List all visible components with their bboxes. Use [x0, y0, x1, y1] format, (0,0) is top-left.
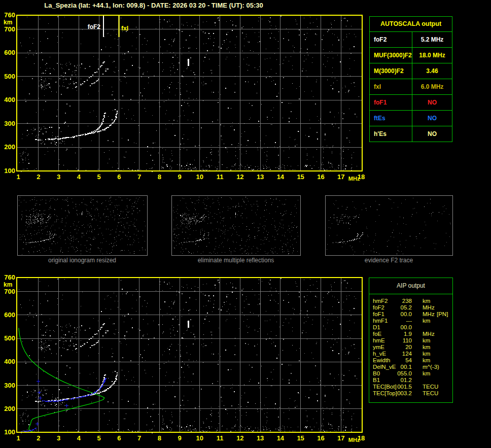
svg-text:6: 6 — [117, 434, 121, 442]
aip-unit: MHz — [423, 331, 435, 337]
svg-text:16: 16 — [317, 173, 324, 181]
aip-unit: km — [423, 337, 430, 344]
autoscala-param-label: MUF(3000)F2 — [370, 48, 412, 63]
autoscala-param-value: NO — [412, 95, 452, 110]
autoscala-row-m3000f2: M(3000)F23.46 — [370, 63, 452, 79]
aip-label: hmE — [373, 337, 385, 344]
svg-text:500: 500 — [4, 73, 15, 80]
aip-value: 110 — [393, 337, 412, 344]
aip-value: 01.2 — [393, 377, 412, 384]
autoscala-row-fof2: foF25.2 MHz — [370, 32, 452, 48]
autoscala-param-value: NO — [412, 111, 452, 126]
svg-text:3: 3 — [57, 434, 60, 442]
svg-text:4: 4 — [77, 434, 81, 442]
svg-text:760: 760 — [4, 11, 15, 19]
aip-value: 055.0 — [393, 370, 412, 377]
svg-text:17: 17 — [337, 434, 344, 442]
aip-output-panel: AIP output hmF2238kmfoF205.2MHzfoF100.0M… — [369, 278, 453, 403]
aip-panel-title: AIP output — [369, 278, 452, 294]
svg-text:700: 700 — [4, 288, 15, 295]
aip-row-hmf1: hmF1---km — [369, 318, 452, 324]
svg-text:5: 5 — [97, 173, 100, 181]
autoscala-param-value: 6.0 MHz — [412, 79, 452, 94]
aip-value: 20 — [393, 344, 412, 351]
aip-unit: MHz — [423, 311, 435, 318]
aip-row-foe: foE1.9MHz — [369, 331, 452, 337]
autoscala-app-window: La_Spezia (lat: +44.1, lon: 009.8) - DAT… — [0, 0, 491, 448]
svg-text:14: 14 — [277, 434, 285, 442]
autoscala-param-label: h'Es — [370, 126, 412, 142]
svg-text:1: 1 — [16, 173, 20, 181]
aip-value: 05.2 — [393, 304, 412, 311]
aip-value: 1.9 — [393, 331, 412, 337]
svg-text:500: 500 — [4, 334, 15, 342]
aip-unit: MHz — [423, 304, 435, 311]
autoscala-row-ftes: ftEsNO — [370, 111, 452, 126]
aip-extra: [PN] — [437, 311, 448, 318]
aip-label: h_vE — [373, 351, 386, 357]
aip-row-ewidth: Ewidth54km — [369, 357, 452, 364]
aip-label: B1 — [373, 377, 380, 384]
svg-text:MHz: MHz — [348, 176, 360, 182]
aip-label: B0 — [373, 370, 380, 377]
svg-text:13: 13 — [257, 173, 264, 181]
svg-text:100: 100 — [4, 167, 15, 175]
svg-text:200: 200 — [4, 143, 15, 151]
aip-row-hmf2: hmF2238km — [369, 298, 452, 304]
svg-text:9: 9 — [178, 173, 181, 181]
autoscala-param-label: fxI — [370, 79, 412, 94]
aip-unit: TECU — [423, 390, 438, 397]
svg-text:760: 760 — [4, 273, 15, 281]
aip-label: hmF2 — [373, 298, 388, 304]
svg-text:400: 400 — [4, 358, 15, 365]
svg-text:8: 8 — [158, 173, 161, 181]
aip-label: D1 — [373, 324, 380, 331]
svg-text:14: 14 — [277, 173, 285, 181]
aip-unit: m^(-3) — [423, 364, 439, 370]
autoscala-param-label: ftEs — [370, 111, 412, 126]
aip-label: foF2 — [373, 304, 384, 311]
aip-row-tectop: TEC[Top]003.2TECU — [369, 390, 452, 397]
autoscala-row-fof1: foF1NO — [370, 95, 452, 111]
autoscala-row-fxi: fxI6.0 MHz — [370, 79, 452, 95]
aip-row-d1: D100.0 — [369, 324, 452, 331]
aip-value: 238 — [393, 298, 412, 304]
aip-value: 00.0 — [393, 311, 412, 318]
autoscala-param-value: 3.46 — [412, 63, 452, 79]
svg-text:MHz: MHz — [348, 437, 360, 443]
aip-row-hme: hmE110km — [369, 337, 452, 344]
svg-text:11: 11 — [217, 173, 224, 181]
aip-row-delnve: DelN_vE00.1m^(-3) — [369, 364, 452, 370]
svg-text:3: 3 — [57, 173, 60, 181]
svg-text:10: 10 — [196, 434, 203, 442]
aip-unit: TECU — [423, 384, 438, 390]
svg-text:12: 12 — [236, 173, 243, 181]
aip-unit: km — [423, 298, 430, 304]
aip-row-b1: B101.2 — [369, 377, 452, 384]
aip-unit: km — [423, 370, 430, 377]
aip-unit: km — [423, 318, 430, 324]
svg-text:2: 2 — [37, 173, 40, 181]
svg-text:4: 4 — [77, 173, 81, 181]
aip-row-tecbot: TEC[Bot]001.5TECU — [369, 384, 452, 390]
aip-rows: hmF2238kmfoF205.2MHzfoF100.0MHz[PN]hmF1-… — [369, 294, 452, 397]
aip-unit: km — [423, 351, 430, 357]
aip-unit: km — [423, 344, 430, 351]
aip-row-fof2: foF205.2MHz — [369, 304, 452, 311]
svg-text:600: 600 — [4, 49, 15, 56]
autoscala-param-label: M(3000)F2 — [370, 63, 412, 79]
svg-text:2: 2 — [37, 434, 40, 442]
aip-row-yme: ymE20km — [369, 344, 452, 351]
svg-text:10: 10 — [196, 173, 203, 181]
aip-label: foE — [373, 331, 381, 337]
aip-value: 00.0 — [393, 324, 412, 331]
svg-text:5: 5 — [97, 434, 100, 442]
thumbnail-caption-evidence-f2-trace: evidence F2 trace — [325, 257, 452, 264]
svg-text:fxI: fxI — [121, 25, 128, 32]
aip-value: 003.2 — [393, 390, 412, 397]
aip-value: 124 — [393, 351, 412, 357]
svg-text:13: 13 — [257, 434, 264, 442]
aip-unit: km — [423, 357, 430, 364]
thumbnail-2 — [171, 195, 300, 255]
svg-text:15: 15 — [297, 434, 304, 442]
